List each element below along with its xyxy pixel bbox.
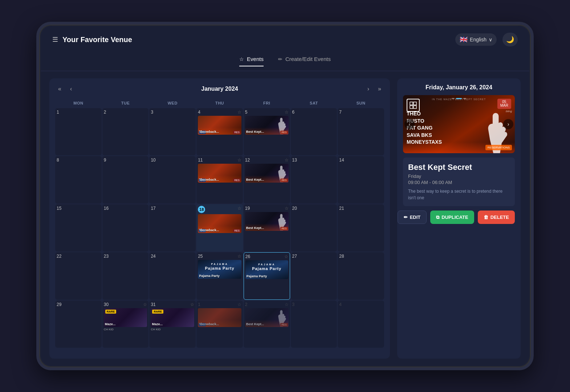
cal-cell-1-1[interactable]: 9 bbox=[102, 156, 149, 203]
flag-icon: 🇬🇧 bbox=[460, 36, 468, 44]
carousel-next-button[interactable]: › bbox=[503, 119, 513, 129]
cal-cell-3-5[interactable]: 27 bbox=[291, 252, 337, 299]
cal-cell-4-5[interactable]: 3 bbox=[291, 301, 337, 348]
cell-date-number: 4 bbox=[339, 302, 342, 307]
cal-cell-1-6[interactable]: 14 bbox=[338, 156, 384, 203]
cell-date-number: 3 bbox=[151, 110, 153, 115]
cal-cell-4-3[interactable]: 1☆AXSThrowback... bbox=[196, 301, 243, 348]
favorite-star-icon[interactable]: ☆ bbox=[285, 206, 289, 211]
cal-cell-0-2[interactable]: 3 bbox=[149, 108, 196, 155]
cal-cell-3-4[interactable]: 26☆PAJAMAPajama PartyPajama Party bbox=[244, 252, 290, 299]
cal-cell-1-2[interactable]: 10 bbox=[149, 156, 196, 203]
language-selector[interactable]: 🇬🇧 English ∨ bbox=[455, 33, 497, 46]
event-label-text: Best Kept... bbox=[246, 322, 264, 326]
favorite-star-icon[interactable]: ☆ bbox=[237, 302, 241, 307]
carousel-dot-1 bbox=[452, 98, 455, 99]
favorite-star-icon[interactable]: ☆ bbox=[237, 254, 241, 259]
cal-cell-3-1[interactable]: 23 bbox=[102, 252, 149, 299]
cal-cell-2-4[interactable]: 19☆RESBest Kept... bbox=[244, 204, 290, 252]
edit-button[interactable]: ✏ EDIT bbox=[398, 211, 427, 224]
cal-cell-2-2[interactable]: 17 bbox=[149, 204, 196, 252]
cal-cell-4-0[interactable]: 29 bbox=[55, 301, 102, 348]
event-label-text: Throwback... bbox=[199, 322, 219, 326]
cell-date-number: 1 bbox=[57, 110, 59, 115]
cal-cell-3-0[interactable]: 22 bbox=[55, 252, 102, 299]
cal-cell-0-6[interactable]: 7 bbox=[338, 108, 384, 155]
event-thumbnail: RESBest Kept... bbox=[245, 212, 289, 231]
cal-cell-4-2[interactable]: 31☆RAREMaze...CH KID bbox=[149, 301, 196, 348]
cell-date-number: 15 bbox=[57, 206, 61, 211]
star-icon: ☆ bbox=[239, 56, 244, 62]
trash-icon: 🗑 bbox=[484, 215, 488, 220]
favorite-star-icon[interactable]: ☆ bbox=[190, 302, 194, 307]
cal-cell-3-2[interactable]: 24 bbox=[149, 252, 196, 299]
event-description: The best way to keep a secret is to pret… bbox=[408, 188, 510, 201]
cal-cell-2-1[interactable]: 16 bbox=[102, 204, 149, 252]
event-thumbnail: AXSRESThrowback... bbox=[198, 214, 241, 233]
event-thumbnail: PAJAMAPajama PartyPajama Party bbox=[198, 260, 241, 279]
cal-cell-2-5[interactable]: 20 bbox=[291, 204, 337, 252]
tab-events-label: Events bbox=[247, 56, 264, 62]
event-label-text: Maze... bbox=[152, 322, 163, 326]
cal-cell-0-3[interactable]: 4☆AXSRESThrowback... bbox=[196, 108, 243, 155]
header-left: ☰ Your Favorite Venue bbox=[52, 36, 132, 44]
tab-events[interactable]: ☆ Events bbox=[239, 56, 264, 66]
delete-button[interactable]: 🗑 DELETE bbox=[478, 211, 515, 224]
cell-date-number: 21 bbox=[339, 206, 344, 211]
cell-date-number: 31 bbox=[151, 302, 155, 307]
theme-toggle-button[interactable]: 🌙 bbox=[502, 33, 518, 46]
cell-date-number: 17 bbox=[151, 206, 155, 211]
event-label-text: Best Kept... bbox=[246, 130, 264, 134]
cal-cell-0-4[interactable]: 5☆RESBest Kept... bbox=[244, 108, 290, 155]
cal-next-next-button[interactable]: » bbox=[375, 84, 384, 94]
favorite-star-icon[interactable]: ☆ bbox=[143, 302, 147, 307]
carousel-dot-3 bbox=[463, 98, 466, 99]
cal-cell-1-0[interactable]: 8 bbox=[55, 156, 102, 203]
cell-date-number: 2 bbox=[245, 302, 248, 307]
selected-date-label: Friday, January 26, 2024 bbox=[403, 84, 515, 91]
carousel-prev-button[interactable]: ‹ bbox=[404, 119, 415, 129]
cal-cell-0-0[interactable]: 1 bbox=[55, 108, 102, 155]
event-label-text: Throwback... bbox=[199, 130, 219, 134]
tab-create-label: Create/Edit Events bbox=[285, 56, 331, 62]
event-label-text: Throwback... bbox=[199, 228, 219, 232]
favorite-star-icon[interactable]: ☆ bbox=[285, 158, 289, 163]
favorite-star-icon[interactable]: ☆ bbox=[237, 206, 241, 211]
duplicate-button[interactable]: ⧉ DUPLICATE bbox=[430, 211, 474, 224]
edit-label: EDIT bbox=[410, 215, 421, 220]
cal-cell-1-5[interactable]: 13 bbox=[291, 156, 337, 203]
cal-next-button[interactable]: › bbox=[365, 84, 372, 94]
favorite-star-icon[interactable]: ☆ bbox=[284, 254, 288, 259]
cal-cell-2-6[interactable]: 21 bbox=[338, 204, 384, 252]
day-header-mon: MON bbox=[55, 99, 102, 107]
cal-prev-prev-button[interactable]: « bbox=[55, 84, 64, 94]
event-label-text: Best Kept... bbox=[246, 178, 264, 181]
tab-create-edit[interactable]: ✏ Create/Edit Events bbox=[278, 56, 331, 66]
event-day: Friday bbox=[408, 173, 510, 179]
cal-cell-4-4[interactable]: 2☆RESBest Kept... bbox=[244, 301, 290, 348]
favorite-star-icon[interactable]: ☆ bbox=[285, 302, 289, 307]
cal-cell-1-4[interactable]: 12☆RESBest Kept... bbox=[244, 156, 290, 203]
event-info-panel: Best Kept Secret Friday 09:00 AM - 06:00… bbox=[403, 158, 515, 206]
cal-cell-3-3[interactable]: 25☆PAJAMAPajama PartyPajama Party bbox=[196, 252, 243, 299]
menu-icon[interactable]: ☰ bbox=[52, 36, 58, 44]
pajama-text: PAJAMAPajama Party bbox=[245, 263, 288, 271]
cal-cell-0-1[interactable]: 2 bbox=[102, 108, 149, 155]
favorite-star-icon[interactable]: ☆ bbox=[237, 158, 241, 163]
cal-cell-2-0[interactable]: 15 bbox=[55, 204, 102, 252]
cell-date-number: 24 bbox=[151, 254, 155, 259]
event-reservations-label: RESERVATIONS bbox=[485, 145, 512, 150]
cal-cell-1-3[interactable]: 11☆AXSRESThrowback... bbox=[196, 156, 243, 203]
favorite-star-icon[interactable]: ☆ bbox=[285, 110, 289, 115]
favorite-star-icon[interactable]: ☆ bbox=[237, 110, 241, 115]
app-container: ☰ Your Favorite Venue 🇬🇧 English ∨ 🌙 ☆ E… bbox=[41, 26, 529, 366]
day-header-sat: SAT bbox=[291, 99, 337, 107]
cal-cell-3-6[interactable]: 28 bbox=[338, 252, 384, 299]
cal-cell-2-3[interactable]: 18☆AXSRESThrowback... bbox=[196, 204, 243, 252]
cell-date-number: 27 bbox=[292, 254, 297, 259]
cal-prev-button[interactable]: ‹ bbox=[67, 84, 75, 94]
cal-cell-4-1[interactable]: 30☆RAREMaze...CH KID bbox=[102, 301, 149, 348]
rare-badge: RARE bbox=[152, 310, 163, 314]
cal-cell-4-6[interactable]: 4 bbox=[338, 301, 384, 348]
cal-cell-0-5[interactable]: 6 bbox=[291, 108, 337, 155]
